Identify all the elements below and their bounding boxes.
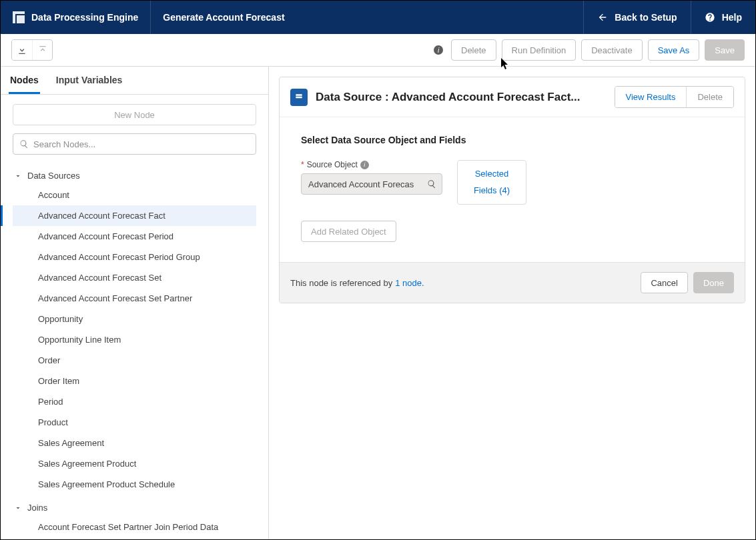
data-source-item[interactable]: Product — [13, 412, 256, 433]
group-joins-toggle[interactable]: Joins — [13, 499, 256, 517]
cancel-button[interactable]: Cancel — [641, 272, 687, 293]
info-icon[interactable]: i — [360, 161, 369, 169]
done-button: Done — [693, 272, 734, 293]
arrow-left-icon — [597, 12, 608, 23]
join-item[interactable]: Account Forecast Set Partner Join Period… — [13, 517, 256, 537]
group-data-sources-toggle[interactable]: Data Sources — [13, 167, 256, 185]
search-nodes-input[interactable] — [13, 133, 256, 155]
chevron-down-icon — [14, 172, 22, 180]
data-source-item[interactable]: Account — [13, 185, 256, 205]
back-to-setup-button[interactable]: Back to Setup — [583, 1, 690, 34]
save-as-button[interactable]: Save As — [648, 39, 700, 61]
data-source-icon — [290, 89, 308, 106]
data-source-item[interactable]: Advanced Account Forecast Period Group — [13, 247, 256, 267]
data-source-item[interactable]: Order — [13, 350, 256, 371]
add-related-object-button: Add Related Object — [301, 221, 396, 242]
tab-nodes[interactable]: Nodes — [9, 67, 40, 94]
download-icon — [17, 45, 27, 55]
save-button: Save — [705, 39, 745, 61]
data-source-item[interactable]: Sales Agreement — [13, 433, 256, 453]
info-icon[interactable]: i — [434, 45, 443, 55]
data-source-item[interactable]: Sales Agreement Product Schedule — [13, 474, 256, 495]
data-source-item[interactable]: Period — [13, 391, 256, 412]
panel-delete-button[interactable]: Delete — [686, 87, 733, 107]
source-object-lookup[interactable]: Advanced Account Forecas — [301, 173, 442, 195]
footer-reference-text: This node is referenced by — [290, 278, 392, 288]
data-source-item[interactable]: Advanced Account Forecast Set — [13, 267, 256, 288]
chevron-down-icon — [14, 504, 22, 512]
upload-button — [32, 40, 52, 60]
data-source-item[interactable]: Opportunity — [13, 309, 256, 329]
data-source-item[interactable]: Opportunity Line Item — [13, 329, 256, 350]
search-icon — [427, 179, 436, 189]
tab-input-variables[interactable]: Input Variables — [55, 67, 124, 94]
upload-icon — [37, 45, 48, 55]
footer-reference-link[interactable]: 1 node. — [395, 278, 424, 288]
data-source-item[interactable]: Sales Agreement Product — [13, 453, 256, 474]
help-button[interactable]: Help — [691, 1, 755, 34]
run-definition-button[interactable]: Run Definition — [502, 39, 577, 61]
download-button[interactable] — [12, 40, 32, 60]
new-node-button: New Node — [13, 104, 256, 125]
data-source-item[interactable]: Order Item — [13, 371, 256, 391]
data-source-item[interactable]: Advanced Account Forecast Fact — [13, 205, 256, 226]
page-title: Generate Account Forecast — [151, 12, 296, 23]
app-name-label: Data Processing Engine — [31, 12, 138, 23]
deactivate-button[interactable]: Deactivate — [581, 39, 642, 61]
section-heading: Select Data Source Object and Fields — [301, 135, 723, 145]
source-object-label: * Source Object i — [301, 160, 442, 169]
data-source-item[interactable]: Advanced Account Forecast Set Partner — [13, 288, 256, 309]
app-switcher[interactable]: Data Processing Engine — [1, 1, 151, 34]
search-icon — [19, 139, 29, 149]
delete-button[interactable]: Delete — [451, 39, 496, 61]
selected-fields-button[interactable]: Selected Fields (4) — [457, 160, 526, 205]
view-results-button[interactable]: View Results — [615, 87, 687, 107]
app-grid-icon — [13, 11, 25, 23]
data-source-item[interactable]: Advanced Account Forecast Period — [13, 226, 256, 247]
panel-title: Data Source : Advanced Account Forecast … — [316, 91, 607, 104]
help-icon — [705, 12, 715, 23]
